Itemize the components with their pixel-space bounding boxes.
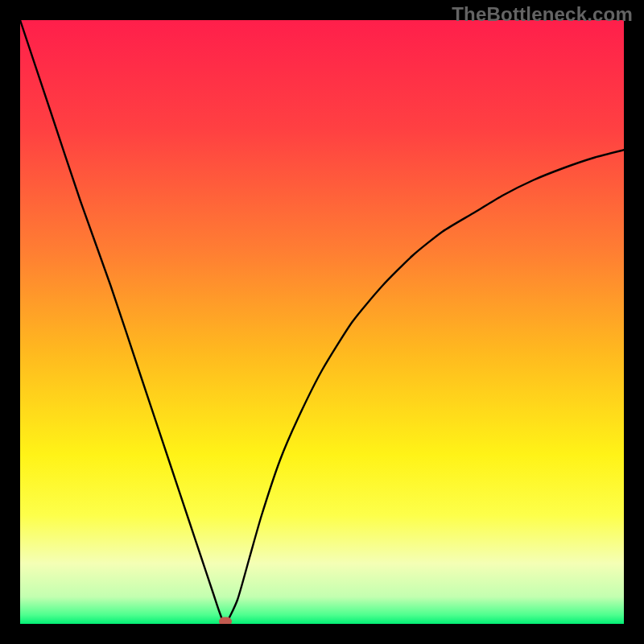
bottleneck-chart: [20, 20, 624, 624]
chart-frame: TheBottleneck.com: [0, 0, 644, 644]
plot-area: [20, 20, 624, 624]
chart-background: [20, 20, 624, 624]
optimal-marker: [220, 617, 232, 624]
watermark-text: TheBottleneck.com: [452, 3, 633, 26]
